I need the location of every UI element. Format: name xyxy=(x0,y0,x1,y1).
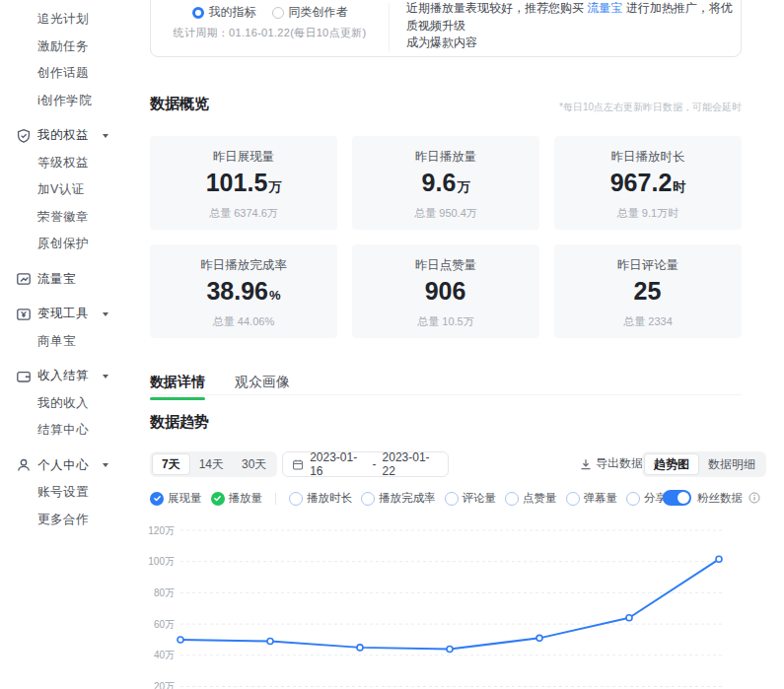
info-icon[interactable] xyxy=(748,492,760,504)
stat-value: 101.5万 xyxy=(206,168,282,202)
sidebar-item-个人中心[interactable]: 个人中心 xyxy=(0,452,146,480)
checkbox-unchecked-icon xyxy=(505,492,519,506)
traffic-icon xyxy=(15,271,32,288)
date-start: 2023-01-16 xyxy=(310,450,366,478)
y-axis-tick: 120万 xyxy=(148,525,175,536)
wallet-icon xyxy=(15,368,32,384)
monetization-icon xyxy=(15,306,32,322)
sidebar-item-label: 荣誉徽章 xyxy=(37,209,89,226)
view-button-数据明细[interactable]: 数据明细 xyxy=(699,453,764,475)
sidebar-item-原创保护[interactable]: 原创保护 xyxy=(0,231,146,258)
metric-checkbox-展现量[interactable]: 展现量 xyxy=(150,491,202,506)
range-button-14天[interactable]: 14天 xyxy=(190,453,233,475)
date-end: 2023-01-22 xyxy=(383,450,439,478)
data-point-展现量 xyxy=(626,615,632,621)
stat-card-昨日展现量: 昨日展现量101.5万总量 6374.6万 xyxy=(150,136,337,230)
stat-card-昨日播放量: 昨日播放量9.6万总量 950.4万 xyxy=(352,136,539,230)
stat-card-昨日评论量: 昨日评论量25总量 2334 xyxy=(554,244,742,338)
sidebar-item-label: 变现工具 xyxy=(37,306,89,322)
y-axis-tick: 20万 xyxy=(154,681,175,689)
metric-checkbox-播放完成率[interactable]: 播放完成率 xyxy=(361,491,436,506)
page: 追光计划激励任务创作话题i创作学院我的权益等级权益加V认证荣誉徽章原创保护流量宝… xyxy=(0,0,784,689)
date-range-segment: 7天14天30天 xyxy=(150,451,277,477)
sidebar-item-我的收入[interactable]: 我的收入 xyxy=(0,390,146,418)
sidebar-item-账号设置[interactable]: 账号设置 xyxy=(0,479,146,507)
sidebar-item-label: i创作学院 xyxy=(37,93,92,109)
badge-icon xyxy=(15,127,32,144)
sidebar-item-荣誉徽章[interactable]: 荣誉徽章 xyxy=(0,204,146,232)
metric-checkbox-弹幕量[interactable]: 弹幕量 xyxy=(566,491,618,506)
metric-checkbox-评论量[interactable]: 评论量 xyxy=(445,491,497,506)
sidebar-item-等级权益[interactable]: 等级权益 xyxy=(0,150,146,177)
toggle-knob xyxy=(677,492,689,504)
date-range-picker[interactable]: 2023-01-16 - 2023-01-22 xyxy=(282,451,449,477)
indicator-summary-card: 我的指标同类创作者 统计周期：01.16-01.22(每日10点更新) 近期播放… xyxy=(150,0,742,57)
stat-total: 总量 950.4万 xyxy=(414,206,477,221)
stat-value: 38.96% xyxy=(206,276,280,310)
sidebar-item-追光计划[interactable]: 追光计划 xyxy=(0,6,146,34)
stat-total: 总量 44.06% xyxy=(213,314,274,329)
sidebar-item-结算中心[interactable]: 结算中心 xyxy=(0,417,146,445)
sidebar-item-label: 加V认证 xyxy=(37,181,85,198)
overview-update-note: *每日10点左右更新昨日数据，可能会延时 xyxy=(446,101,742,114)
stat-label: 昨日播放完成率 xyxy=(200,257,287,274)
stat-label: 昨日播放量 xyxy=(415,149,477,166)
stat-unit: % xyxy=(269,288,281,303)
metric-divider xyxy=(275,493,276,505)
export-data-button[interactable]: 导出数据 xyxy=(580,455,643,472)
checkbox-unchecked-icon xyxy=(445,492,459,506)
user-icon xyxy=(15,457,32,474)
sidebar-item-加V认证[interactable]: 加V认证 xyxy=(0,176,146,204)
chart-view-segment: 趋势图数据明细 xyxy=(642,451,766,477)
sidebar-item-label: 我的收入 xyxy=(37,395,89,412)
y-axis-tick: 80万 xyxy=(154,587,175,598)
stat-label: 昨日展现量 xyxy=(213,149,275,166)
export-data-label: 导出数据 xyxy=(596,455,643,472)
sidebar-item-label: 商单宝 xyxy=(37,333,76,350)
calendar-icon xyxy=(292,458,304,471)
sidebar-item-收入结算[interactable]: 收入结算 xyxy=(0,363,146,390)
radio-option-我的指标[interactable]: 我的指标 xyxy=(192,4,256,21)
sidebar-item-label: 我的权益 xyxy=(37,127,89,144)
fans-data-label: 粉丝数据 xyxy=(697,491,743,506)
metric-checkbox-播放时长[interactable]: 播放时长 xyxy=(289,491,352,506)
sidebar-item-label: 流量宝 xyxy=(37,271,76,288)
metric-checkbox-点赞量[interactable]: 点赞量 xyxy=(505,491,557,506)
sidebar-item-商单宝[interactable]: 商单宝 xyxy=(0,328,146,356)
metric-checkbox-row: 展现量播放量播放时长播放完成率评论量点赞量弹幕量分享量 xyxy=(150,490,678,507)
radio-label: 我的指标 xyxy=(209,4,256,21)
sidebar-item-流量宝[interactable]: 流量宝 xyxy=(0,266,146,294)
traffic-booster-link[interactable]: 流量宝 xyxy=(587,1,622,15)
promo-line1-prefix: 近期播放量表现较好，推荐您购买 xyxy=(406,1,587,15)
tab-观众画像[interactable]: 观众画像 xyxy=(235,374,290,400)
sidebar-item-我的权益[interactable]: 我的权益 xyxy=(0,122,146,150)
stat-value: 906 xyxy=(425,276,467,310)
sidebar-item-更多合作[interactable]: 更多合作 xyxy=(0,507,146,534)
view-button-趋势图[interactable]: 趋势图 xyxy=(644,453,699,475)
sidebar-item-label: 个人中心 xyxy=(37,457,89,474)
stat-value: 25 xyxy=(634,276,663,310)
sidebar-item-变现工具[interactable]: 变现工具 xyxy=(0,301,146,328)
checkbox-unchecked-icon xyxy=(566,492,580,506)
stat-total: 总量 10.5万 xyxy=(417,314,473,329)
tab-数据详情[interactable]: 数据详情 xyxy=(150,374,205,400)
radio-option-同类创作者[interactable]: 同类创作者 xyxy=(272,4,348,21)
stat-value: 9.6万 xyxy=(422,168,470,202)
sidebar-item-label: 更多合作 xyxy=(37,512,89,528)
metric-checkbox-播放量[interactable]: 播放量 xyxy=(211,491,263,506)
indicator-radio-group: 我的指标同类创作者 xyxy=(151,4,389,21)
metric-label: 播放量 xyxy=(229,491,263,506)
sidebar-item-label: 等级权益 xyxy=(37,155,89,172)
stat-total: 总量 2334 xyxy=(623,314,673,329)
sidebar-item-激励任务[interactable]: 激励任务 xyxy=(0,34,146,61)
sidebar-item-创作话题[interactable]: 创作话题 xyxy=(0,60,146,88)
fans-data-toggle[interactable] xyxy=(663,490,691,506)
card-vertical-divider xyxy=(389,3,390,52)
metric-label: 点赞量 xyxy=(523,491,557,506)
stat-total: 总量 6374.6万 xyxy=(209,206,278,221)
checkbox-checked-icon xyxy=(150,492,164,506)
data-point-展现量 xyxy=(267,639,273,645)
sidebar-item-i创作学院[interactable]: i创作学院 xyxy=(0,88,146,115)
range-button-30天[interactable]: 30天 xyxy=(233,453,275,475)
range-button-7天[interactable]: 7天 xyxy=(152,453,190,475)
